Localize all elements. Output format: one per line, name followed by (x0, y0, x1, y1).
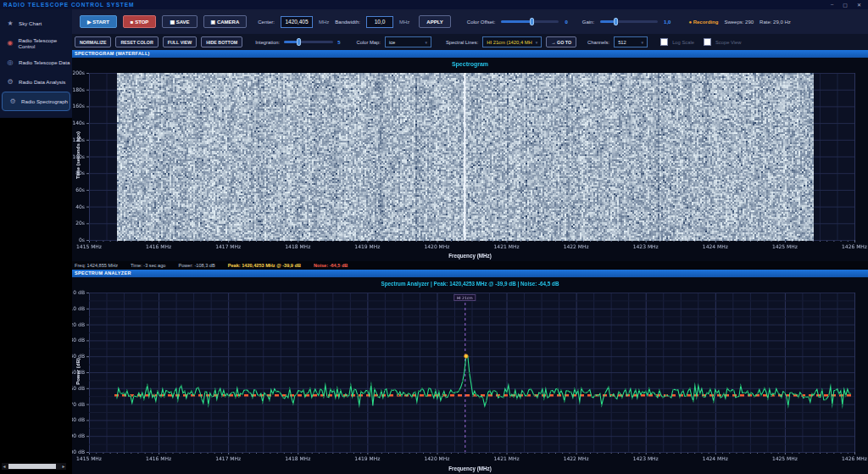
scrollbar-track[interactable] (7, 464, 61, 469)
goto-button[interactable]: → GO TO (546, 36, 576, 47)
log-scale-checkbox[interactable] (660, 38, 668, 46)
slider-fill (501, 20, 531, 23)
sidebar-item-label: Radio Telescope Control (18, 37, 72, 49)
minimize-icon[interactable]: – (831, 2, 833, 8)
sidebar: ★ Sky Chart ◉ Radio Telescope Control ◎ … (0, 9, 72, 474)
sidebar-item-sky-chart[interactable]: ★ Sky Chart (0, 14, 72, 33)
chevron-down-icon: ▾ (425, 40, 427, 45)
sweeps-count: Sweeps: 290 (724, 20, 754, 25)
slider-knob[interactable] (614, 18, 618, 25)
sidebar-item-radio-data-analysis[interactable]: ⚙ Radio Data Analysis (0, 72, 72, 92)
slider-fill (284, 41, 298, 43)
spectrum-analyzer-chart[interactable] (72, 277, 868, 474)
main-content: ▶ START ■ STOP ▦ SAVE ▣ CAMERA Center: 1… (72, 9, 868, 474)
cursor-status-bar: Freq: 1424,855 MHz Time: -3 sec ago Powe… (72, 261, 868, 270)
sidebar-item-radio-telescope-data[interactable]: ◎ Radio Telescope Data (0, 53, 72, 72)
center-unit: MHz (319, 20, 329, 25)
start-button[interactable]: ▶ START (80, 15, 117, 28)
gear-icon: ⚙ (6, 78, 14, 86)
titlebar: RADIO TELESCOPE CONTROL SYSTEM – ▢ ✕ (0, 0, 868, 9)
spectrum-x-axis-label: Frequency (MHz) (72, 466, 868, 471)
status-noise: Noise: -64,5 dB (314, 263, 348, 268)
sidebar-item-radio-telescope-control[interactable]: ◉ Radio Telescope Control (0, 33, 72, 53)
spectrum-analyzer-panel: Spectrum Analyzer | Peak: 1420,4253 MHz … (72, 277, 868, 474)
spectrogram-y-axis-label: Time (seconds ago) (75, 117, 81, 193)
scope-view-label: Scope View (715, 40, 742, 45)
spectral-lines-value: HI 21cm (1420,4 MH (487, 40, 531, 45)
data-disc-icon: ◎ (6, 59, 14, 66)
integration-slider[interactable] (284, 41, 333, 43)
spectrogram-waterfall-chart[interactable] (72, 58, 868, 261)
reset-color-button[interactable]: RESET COLOR (115, 36, 158, 47)
hide-bottom-button[interactable]: HIDE BOTTOM (201, 36, 242, 47)
spectrum-y-axis-label: Power (dB) (75, 333, 81, 410)
toolbar-secondary: NORMALIZE RESET COLOR FULL VIEW HIDE BOT… (72, 34, 868, 50)
status-peak: Peak: 1420,4253 MHz @ -39,9 dB (228, 263, 301, 268)
maximize-icon[interactable]: ▢ (843, 2, 848, 8)
center-label: Center: (258, 20, 275, 25)
telescope-dish-icon: ◉ (6, 39, 14, 47)
spectral-lines-dropdown[interactable]: HI 21cm (1420,4 MH ▾ (482, 36, 542, 47)
color-map-dropdown[interactable]: ice ▾ (385, 36, 431, 47)
toolbar-primary: ▶ START ■ STOP ▦ SAVE ▣ CAMERA Center: 1… (72, 9, 868, 34)
app-window: RADIO TELESCOPE CONTROL SYSTEM – ▢ ✕ ★ S… (0, 0, 868, 474)
sidebar-item-label: Radio Data Analysis (19, 79, 65, 85)
window-controls: – ▢ ✕ (831, 2, 861, 8)
slider-knob[interactable] (297, 38, 301, 46)
slider-knob[interactable] (530, 18, 534, 25)
app-title: RADIO TELESCOPE CONTROL SYSTEM (3, 2, 134, 8)
spectrogram-title: Spectrogram (72, 61, 868, 67)
chevron-down-icon: ▾ (642, 40, 644, 45)
sidebar-item-label: Radio Spectrograph (21, 98, 68, 104)
center-frequency-field[interactable]: 1420,405 (281, 16, 313, 28)
camera-button[interactable]: ▣ CAMERA (203, 15, 248, 28)
color-map-value: ice (389, 40, 395, 45)
spectrogram-panel: Spectrogram Time (seconds ago) Frequency… (72, 58, 868, 261)
bandwidth-field[interactable]: 10,0 (366, 16, 393, 28)
spectrum-section-header: SPECTRUM ANALYZER (72, 270, 868, 277)
channels-label: Channels: (587, 40, 609, 45)
full-view-button[interactable]: FULL VIEW (163, 36, 197, 47)
spectrogram-x-axis-label: Frequency (MHz) (72, 253, 868, 259)
spectral-lines-label: Spectral Lines: (446, 40, 478, 45)
color-offset-value: 0 (565, 20, 567, 25)
scrollbar-thumb[interactable] (8, 464, 56, 469)
status-time: Time: -3 sec ago (131, 263, 165, 268)
sidebar-item-radio-spectrograph[interactable]: ⚙ Radio Spectrograph (2, 92, 70, 111)
status-freq: Freq: 1424,855 MHz (75, 263, 118, 268)
color-offset-slider[interactable] (501, 20, 559, 23)
log-scale-label: Log Scale (672, 40, 694, 45)
status-power: Power: -108,3 dB (178, 263, 214, 268)
gear-icon: ⚙ (8, 98, 17, 105)
stop-button[interactable]: ■ STOP (123, 15, 157, 28)
recording-status: ● Recording (688, 20, 718, 25)
spectrum-title: Spectrum Analyzer | Peak: 1420,4253 MHz … (72, 281, 868, 287)
sidebar-menu: ★ Sky Chart ◉ Radio Telescope Control ◎ … (0, 9, 72, 118)
save-button[interactable]: ▦ SAVE (162, 15, 197, 28)
sidebar-item-label: Sky Chart (19, 20, 42, 26)
normalize-button[interactable]: NORMALIZE (75, 36, 111, 47)
color-map-label: Color Map: (357, 40, 381, 45)
chevron-down-icon: ▾ (536, 40, 538, 45)
scope-view-checkbox[interactable] (704, 38, 711, 46)
sweep-rate: Rate: 29,0 Hz (760, 20, 791, 25)
sky-chart-icon: ★ (6, 20, 14, 27)
color-offset-label: Color Offset: (467, 20, 496, 25)
gain-label: Gain: (582, 20, 594, 25)
close-icon[interactable]: ✕ (857, 2, 861, 8)
horizontal-scrollbar[interactable]: ◄ ► (2, 463, 66, 470)
sidebar-item-label: Radio Telescope Data (19, 59, 70, 65)
integration-value: 5 (337, 40, 340, 45)
apply-button[interactable]: APPLY (419, 15, 450, 28)
gain-value: 1,0 (664, 20, 670, 25)
channels-value: 512 (618, 40, 626, 45)
gain-slider[interactable] (600, 20, 658, 23)
slider-fill (600, 20, 615, 23)
scroll-right-icon[interactable]: ► (61, 464, 66, 469)
integration-label: Integration: (255, 40, 280, 45)
channels-dropdown[interactable]: 512 ▾ (614, 36, 648, 47)
bandwidth-label: Bandwidth: (335, 20, 360, 25)
spectrogram-section-header: SPECTROGRAM (WATERFALL) (72, 50, 868, 58)
bandwidth-unit: MHz (399, 20, 409, 25)
